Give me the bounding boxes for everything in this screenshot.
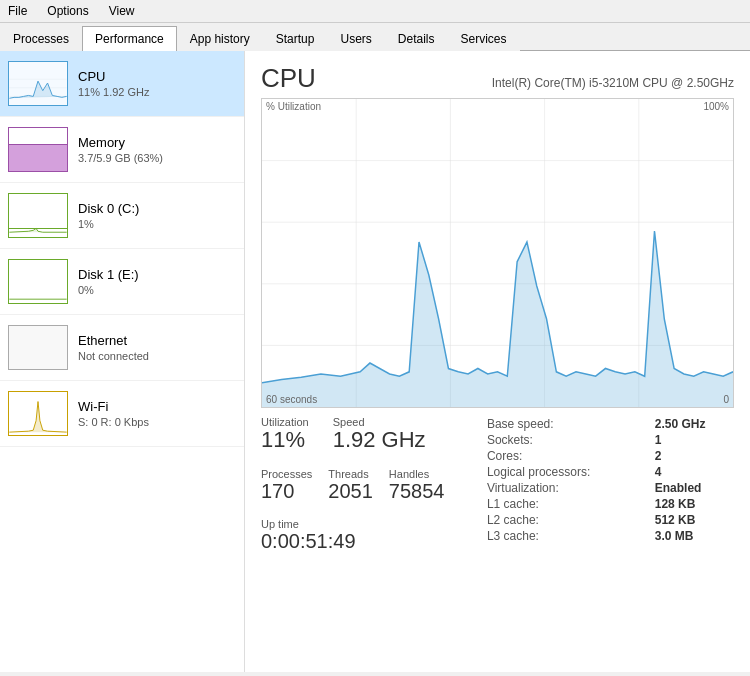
stats-right: Base speed: 2.50 GHz Sockets: 1 Cores: 2… <box>467 416 734 560</box>
threads-label: Threads <box>328 468 373 480</box>
chart-time-right: 0 <box>723 394 729 405</box>
base-speed-value: 2.50 GHz <box>655 416 734 432</box>
uptime-stat: Up time 0:00:51:49 <box>261 518 467 552</box>
spec-row-logical: Logical processors: 4 <box>487 464 734 480</box>
main-content: CPU 11% 1.92 GHz Memory 3.7/5.9 GB (63%) <box>0 51 750 672</box>
ethernet-sidebar-subtitle: Not connected <box>78 350 236 362</box>
tab-services[interactable]: Services <box>448 26 520 51</box>
spec-row-l3: L3 cache: 3.0 MB <box>487 528 734 544</box>
menu-view[interactable]: View <box>105 2 139 20</box>
spec-row-sockets: Sockets: 1 <box>487 432 734 448</box>
virtualization-label: Virtualization: <box>487 480 655 496</box>
tab-users[interactable]: Users <box>327 26 384 51</box>
virtualization-value: Enabled <box>655 480 734 496</box>
l2-label: L2 cache: <box>487 512 655 528</box>
sidebar-item-ethernet[interactable]: Ethernet Not connected <box>0 315 244 381</box>
menu-options[interactable]: Options <box>43 2 92 20</box>
cpu-chart-svg <box>262 99 733 407</box>
memory-sidebar-info: Memory 3.7/5.9 GB (63%) <box>78 135 236 164</box>
menu-file[interactable]: File <box>4 2 31 20</box>
spec-row-virtualization: Virtualization: Enabled <box>487 480 734 496</box>
cores-value: 2 <box>655 448 734 464</box>
cpu-model: Intel(R) Core(TM) i5-3210M CPU @ 2.50GHz <box>492 76 734 90</box>
base-speed-label: Base speed: <box>487 416 655 432</box>
disk0-sidebar-subtitle: 1% <box>78 218 236 230</box>
processes-stat: Processes 170 <box>261 468 312 502</box>
tab-processes[interactable]: Processes <box>0 26 82 51</box>
cores-label: Cores: <box>487 448 655 464</box>
tab-details[interactable]: Details <box>385 26 448 51</box>
cpu-chart: % Utilization 100% 60 seconds 0 <box>261 98 734 408</box>
tab-performance[interactable]: Performance <box>82 26 177 51</box>
stats-area: Utilization 11% Speed 1.92 GHz Processes… <box>261 416 734 560</box>
ethernet-sidebar-title: Ethernet <box>78 333 236 348</box>
cpu-sidebar-subtitle: 11% 1.92 GHz <box>78 86 236 98</box>
disk1-sidebar-info: Disk 1 (E:) 0% <box>78 267 236 296</box>
cpu-sidebar-info: CPU 11% 1.92 GHz <box>78 69 236 98</box>
cpu-panel-title: CPU <box>261 63 316 94</box>
right-panel: CPU Intel(R) Core(TM) i5-3210M CPU @ 2.5… <box>245 51 750 672</box>
tab-apphistory[interactable]: App history <box>177 26 263 51</box>
disk0-thumbnail <box>8 193 68 238</box>
l1-value: 128 KB <box>655 496 734 512</box>
uptime-value: 0:00:51:49 <box>261 530 467 552</box>
spec-row-l1: L1 cache: 128 KB <box>487 496 734 512</box>
stats-left: Utilization 11% Speed 1.92 GHz Processes… <box>261 416 467 560</box>
svg-marker-12 <box>262 231 733 407</box>
tab-bar: Processes Performance App history Startu… <box>0 23 750 51</box>
processes-label: Processes <box>261 468 312 480</box>
sidebar-item-wifi[interactable]: Wi-Fi S: 0 R: 0 Kbps <box>0 381 244 447</box>
sidebar-item-memory[interactable]: Memory 3.7/5.9 GB (63%) <box>0 117 244 183</box>
logical-label: Logical processors: <box>487 464 655 480</box>
l2-value: 512 KB <box>655 512 734 528</box>
speed-stat: Speed 1.92 GHz <box>333 416 426 452</box>
cpu-thumbnail <box>8 61 68 106</box>
sidebar: CPU 11% 1.92 GHz Memory 3.7/5.9 GB (63%) <box>0 51 245 672</box>
wifi-thumbnail <box>8 391 68 436</box>
l3-value: 3.0 MB <box>655 528 734 544</box>
l1-label: L1 cache: <box>487 496 655 512</box>
disk1-sidebar-title: Disk 1 (E:) <box>78 267 236 282</box>
ethernet-thumbnail <box>8 325 68 370</box>
menu-bar: File Options View <box>0 0 750 23</box>
chart-y-label: % Utilization <box>266 101 321 112</box>
threads-value: 2051 <box>328 480 373 502</box>
l3-label: L3 cache: <box>487 528 655 544</box>
memory-thumbnail <box>8 127 68 172</box>
memory-sidebar-subtitle: 3.7/5.9 GB (63%) <box>78 152 236 164</box>
disk0-sidebar-info: Disk 0 (C:) 1% <box>78 201 236 230</box>
sockets-value: 1 <box>655 432 734 448</box>
sockets-label: Sockets: <box>487 432 655 448</box>
ethernet-sidebar-info: Ethernet Not connected <box>78 333 236 362</box>
disk0-sidebar-title: Disk 0 (C:) <box>78 201 236 216</box>
sidebar-item-disk0[interactable]: Disk 0 (C:) 1% <box>0 183 244 249</box>
spec-row-cores: Cores: 2 <box>487 448 734 464</box>
wifi-sidebar-info: Wi-Fi S: 0 R: 0 Kbps <box>78 399 236 428</box>
handles-stat: Handles 75854 <box>389 468 445 502</box>
sidebar-item-disk1[interactable]: Disk 1 (E:) 0% <box>0 249 244 315</box>
cpu-sidebar-title: CPU <box>78 69 236 84</box>
cpu-header: CPU Intel(R) Core(TM) i5-3210M CPU @ 2.5… <box>261 63 734 94</box>
spec-row-l2: L2 cache: 512 KB <box>487 512 734 528</box>
chart-time-left: 60 seconds <box>266 394 317 405</box>
memory-sidebar-title: Memory <box>78 135 236 150</box>
wifi-sidebar-subtitle: S: 0 R: 0 Kbps <box>78 416 236 428</box>
handles-value: 75854 <box>389 480 445 502</box>
disk1-sidebar-subtitle: 0% <box>78 284 236 296</box>
wifi-sidebar-title: Wi-Fi <box>78 399 236 414</box>
speed-value: 1.92 GHz <box>333 428 426 452</box>
sidebar-item-cpu[interactable]: CPU 11% 1.92 GHz <box>0 51 244 117</box>
chart-y-max: 100% <box>703 101 729 112</box>
processes-value: 170 <box>261 480 312 502</box>
logical-value: 4 <box>655 464 734 480</box>
threads-stat: Threads 2051 <box>328 468 373 502</box>
spec-row-basespeed: Base speed: 2.50 GHz <box>487 416 734 432</box>
specs-table: Base speed: 2.50 GHz Sockets: 1 Cores: 2… <box>487 416 734 544</box>
handles-label: Handles <box>389 468 445 480</box>
uptime-label: Up time <box>261 518 467 530</box>
utilization-value: 11% <box>261 428 309 452</box>
disk1-thumbnail <box>8 259 68 304</box>
tab-startup[interactable]: Startup <box>263 26 328 51</box>
utilization-stat: Utilization 11% <box>261 416 309 452</box>
